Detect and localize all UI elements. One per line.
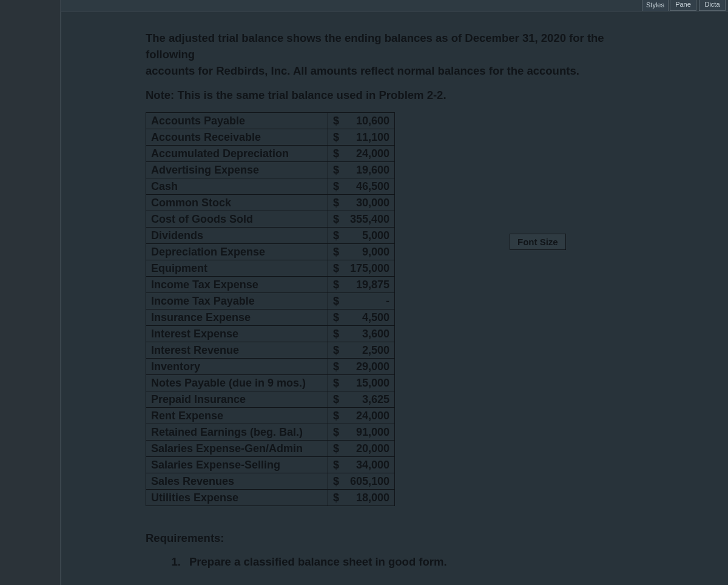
account-name-cell: Accumulated Depreciation [146, 146, 328, 162]
dictate-button[interactable]: Dicta [699, 0, 726, 11]
account-amount-cell: $34,000 [328, 457, 395, 473]
intro-line-1: The adjusted trial balance shows the end… [146, 30, 643, 63]
account-name-cell: Notes Payable (due in 9 mos.) [146, 375, 328, 391]
table-row: Insurance Expense$4,500 [146, 309, 395, 326]
amount-value: 24,000 [343, 410, 389, 422]
currency-symbol: $ [333, 311, 343, 324]
font-size-tag[interactable]: Font Size [510, 234, 566, 250]
requirements-list: 1. Prepare a classified balance sheet in… [146, 554, 692, 570]
account-name-cell: Income Tax Expense [146, 277, 328, 293]
account-amount-cell: $9,000 [328, 244, 395, 260]
account-amount-cell: $46,500 [328, 178, 395, 195]
account-amount-cell: $5,000 [328, 228, 395, 244]
currency-symbol: $ [333, 328, 343, 340]
currency-symbol: $ [333, 295, 343, 308]
styles-button[interactable]: Styles [642, 0, 669, 11]
amount-value: 34,000 [343, 459, 389, 472]
account-name-cell: Common Stock [146, 195, 328, 211]
account-amount-cell: $175,000 [328, 260, 395, 277]
left-margin-guide [61, 12, 61, 585]
amount-value: - [343, 295, 389, 308]
table-row: Cost of Goods Sold$355,400 [146, 211, 395, 228]
account-amount-cell: $29,000 [328, 359, 395, 375]
table-row: Salaries Expense-Gen/Admin$20,000 [146, 441, 395, 457]
table-row: Inventory$29,000 [146, 359, 395, 375]
account-amount-cell: $- [328, 293, 395, 309]
top-bar: Styles Pane Dicta [61, 0, 728, 12]
amount-value: 19,600 [343, 164, 389, 177]
left-rail [0, 0, 61, 585]
account-amount-cell: $3,600 [328, 326, 395, 342]
amount-value: 3,600 [343, 328, 389, 340]
account-name-cell: Insurance Expense [146, 309, 328, 326]
amount-value: 91,000 [343, 426, 389, 439]
amount-value: 15,000 [343, 377, 389, 390]
account-amount-cell: $4,500 [328, 309, 395, 326]
document-page: The adjusted trial balance shows the end… [61, 12, 728, 585]
currency-symbol: $ [333, 393, 343, 406]
account-amount-cell: $91,000 [328, 424, 395, 441]
amount-value: 46,500 [343, 180, 389, 193]
currency-symbol: $ [333, 442, 343, 455]
table-row: Notes Payable (due in 9 mos.)$15,000 [146, 375, 395, 391]
amount-value: 10,600 [343, 115, 389, 127]
currency-symbol: $ [333, 492, 343, 504]
table-row: Salaries Expense-Selling$34,000 [146, 457, 395, 473]
account-amount-cell: $19,600 [328, 162, 395, 178]
table-row: Sales Revenues$605,100 [146, 473, 395, 490]
account-name-cell: Cost of Goods Sold [146, 211, 328, 228]
table-row: Common Stock$30,000 [146, 195, 395, 211]
currency-symbol: $ [333, 164, 343, 177]
table-row: Prepaid Insurance$3,625 [146, 391, 395, 408]
account-amount-cell: $11,100 [328, 129, 395, 146]
currency-symbol: $ [333, 344, 343, 357]
table-row: Income Tax Expense$19,875 [146, 277, 395, 293]
table-row: Accounts Payable$10,600 [146, 113, 395, 129]
currency-symbol: $ [333, 360, 343, 373]
table-row: Depreciation Expense$9,000 [146, 244, 395, 260]
account-name-cell: Interest Expense [146, 326, 328, 342]
requirement-text: Prepare a classified balance sheet in go… [189, 554, 447, 570]
amount-value: 9,000 [343, 246, 389, 259]
currency-symbol: $ [333, 229, 343, 242]
table-row: Dividends$5,000 [146, 228, 395, 244]
account-amount-cell: $2,500 [328, 342, 395, 359]
currency-symbol: $ [333, 147, 343, 160]
account-amount-cell: $24,000 [328, 146, 395, 162]
account-amount-cell: $10,600 [328, 113, 395, 129]
requirement-number: 1. [170, 554, 181, 570]
currency-symbol: $ [333, 475, 343, 488]
amount-value: 5,000 [343, 229, 389, 242]
account-name-cell: Salaries Expense-Selling [146, 457, 328, 473]
account-amount-cell: $15,000 [328, 375, 395, 391]
amount-value: 19,875 [343, 279, 389, 291]
amount-value: 175,000 [343, 262, 389, 275]
account-amount-cell: $20,000 [328, 441, 395, 457]
account-name-cell: Dividends [146, 228, 328, 244]
currency-symbol: $ [333, 377, 343, 390]
table-row: Interest Expense$3,600 [146, 326, 395, 342]
amount-value: 30,000 [343, 197, 389, 209]
account-name-cell: Rent Expense [146, 408, 328, 424]
table-row: Utilities Expense$18,000 [146, 490, 395, 506]
account-name-cell: Equipment [146, 260, 328, 277]
account-amount-cell: $30,000 [328, 195, 395, 211]
account-name-cell: Retained Earnings (beg. Bal.) [146, 424, 328, 441]
table-row: Retained Earnings (beg. Bal.)$91,000 [146, 424, 395, 441]
account-name-cell: Accounts Receivable [146, 129, 328, 146]
currency-symbol: $ [333, 180, 343, 193]
currency-symbol: $ [333, 426, 343, 439]
account-name-cell: Sales Revenues [146, 473, 328, 490]
pane-button[interactable]: Pane [670, 0, 696, 11]
intro-paragraph: The adjusted trial balance shows the end… [146, 30, 643, 79]
table-row: Income Tax Payable$- [146, 293, 395, 309]
account-name-cell: Interest Revenue [146, 342, 328, 359]
amount-value: 20,000 [343, 442, 389, 455]
table-row: Equipment$175,000 [146, 260, 395, 277]
amount-value: 11,100 [343, 131, 389, 144]
amount-value: 355,400 [343, 213, 389, 226]
table-row: Cash$46,500 [146, 178, 395, 195]
table-row: Accounts Receivable$11,100 [146, 129, 395, 146]
account-name-cell: Income Tax Payable [146, 293, 328, 309]
trial-balance-table: Accounts Payable$10,600Accounts Receivab… [146, 112, 395, 506]
